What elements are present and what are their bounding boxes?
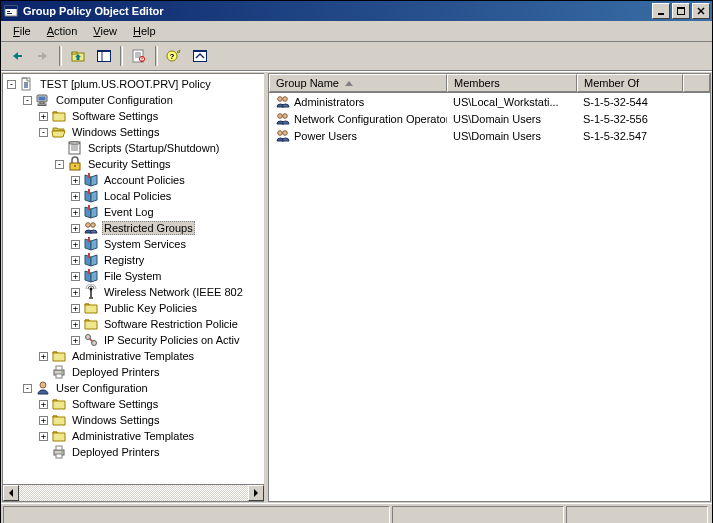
scroll-track[interactable] bbox=[19, 485, 248, 501]
tree-sec-local[interactable]: +Local Policies bbox=[3, 188, 264, 204]
menu-help[interactable]: Help bbox=[125, 23, 164, 39]
svg-rect-49 bbox=[88, 269, 90, 274]
svg-rect-42 bbox=[88, 173, 90, 178]
list-body[interactable]: AdministratorsUS\Local_Workstati...S-1-5… bbox=[269, 93, 710, 501]
tree-cc-windows[interactable]: -Windows Settings bbox=[3, 124, 264, 140]
expand-icon[interactable]: + bbox=[71, 336, 80, 345]
expand-icon[interactable]: + bbox=[39, 416, 48, 425]
tree-label: TEST [plum.US.ROOT.PRV] Policy bbox=[38, 77, 213, 91]
tree-computer-config[interactable]: -Computer Configuration bbox=[3, 92, 264, 108]
comp-icon bbox=[35, 92, 51, 108]
book-icon bbox=[83, 188, 99, 204]
close-button[interactable] bbox=[692, 3, 710, 19]
col-filler[interactable] bbox=[683, 74, 710, 92]
up-button[interactable] bbox=[66, 44, 90, 68]
expand-icon[interactable]: + bbox=[39, 432, 48, 441]
collapse-icon[interactable]: - bbox=[39, 128, 48, 137]
expand-icon[interactable]: + bbox=[71, 176, 80, 185]
col-member-of[interactable]: Member Of bbox=[577, 74, 683, 92]
expand-icon[interactable]: + bbox=[39, 112, 48, 121]
svg-line-55 bbox=[90, 339, 93, 342]
status-bar bbox=[1, 503, 712, 523]
expand-icon[interactable]: + bbox=[71, 224, 80, 233]
tree-cc-printers[interactable]: Deployed Printers bbox=[3, 364, 264, 380]
tree-cc-security[interactable]: -Security Settings bbox=[3, 156, 264, 172]
title-bar[interactable]: Group Policy Object Editor bbox=[1, 1, 712, 21]
expand-icon[interactable]: + bbox=[71, 320, 80, 329]
svg-point-45 bbox=[86, 223, 91, 228]
col-members[interactable]: Members bbox=[447, 74, 577, 92]
show-hide-tree-button[interactable] bbox=[92, 44, 116, 68]
tree-uc-printers[interactable]: Deployed Printers bbox=[3, 444, 264, 460]
scroll-right-button[interactable] bbox=[248, 485, 264, 501]
minimize-button[interactable] bbox=[652, 3, 670, 19]
cell-name: Administrators bbox=[269, 93, 447, 111]
tree-h-scrollbar[interactable] bbox=[3, 484, 264, 501]
tree-sec-restricted[interactable]: +Restricted Groups bbox=[3, 220, 264, 236]
properties-button[interactable] bbox=[127, 44, 151, 68]
collapse-icon[interactable]: - bbox=[23, 384, 32, 393]
tree-uc-admin[interactable]: +Administrative Templates bbox=[3, 428, 264, 444]
col-group-name[interactable]: Group Name bbox=[269, 74, 447, 92]
collapse-icon[interactable]: - bbox=[55, 160, 64, 169]
tree-sec-eventlog[interactable]: +Event Log bbox=[3, 204, 264, 220]
tree-sec-account[interactable]: +Account Policies bbox=[3, 172, 264, 188]
svg-rect-6 bbox=[677, 7, 685, 9]
folder-icon bbox=[51, 396, 67, 412]
tree-label: Software Restriction Policie bbox=[102, 317, 240, 331]
back-button[interactable] bbox=[5, 44, 29, 68]
help-button[interactable]: ? bbox=[162, 44, 186, 68]
tree-cc-admin[interactable]: +Administrative Templates bbox=[3, 348, 264, 364]
forward-button[interactable] bbox=[31, 44, 55, 68]
tree-cc-software[interactable]: +Software Settings bbox=[3, 108, 264, 124]
expand-icon[interactable]: + bbox=[71, 240, 80, 249]
expand-icon[interactable]: + bbox=[71, 288, 80, 297]
svg-rect-47 bbox=[88, 237, 90, 242]
scroll-left-button[interactable] bbox=[3, 485, 19, 501]
svg-rect-3 bbox=[7, 13, 12, 14]
tree-uc-software[interactable]: +Software Settings bbox=[3, 396, 264, 412]
tree-user-config[interactable]: -User Configuration bbox=[3, 380, 264, 396]
tree-sec-ipsec[interactable]: +IP Security Policies on Activ bbox=[3, 332, 264, 348]
list-row[interactable]: Power UsersUS\Domain UsersS-1-5-32.547 bbox=[269, 127, 710, 144]
tree-sec-registry[interactable]: +Registry bbox=[3, 252, 264, 268]
tree-label: Security Settings bbox=[86, 157, 173, 171]
tree-view[interactable]: -TEST [plum.US.ROOT.PRV] Policy-Computer… bbox=[3, 74, 264, 484]
expand-icon[interactable]: + bbox=[39, 400, 48, 409]
net-icon bbox=[83, 332, 99, 348]
tree-sec-wireless[interactable]: +Wireless Network (IEEE 802 bbox=[3, 284, 264, 300]
collapse-icon[interactable]: - bbox=[7, 80, 16, 89]
tree-label: Public Key Policies bbox=[102, 301, 199, 315]
cell-name-text: Administrators bbox=[294, 96, 364, 108]
expand-icon[interactable]: + bbox=[71, 272, 80, 281]
list-row[interactable]: AdministratorsUS\Local_Workstati...S-1-5… bbox=[269, 93, 710, 110]
tree-uc-windows[interactable]: +Windows Settings bbox=[3, 412, 264, 428]
expand-icon[interactable]: + bbox=[71, 208, 80, 217]
menu-action[interactable]: Action bbox=[39, 23, 86, 39]
tree-sec-pubkey[interactable]: +Public Key Policies bbox=[3, 300, 264, 316]
tree-sec-softrestrict[interactable]: +Software Restriction Policie bbox=[3, 316, 264, 332]
svg-point-51 bbox=[90, 288, 93, 291]
tree-pane: -TEST [plum.US.ROOT.PRV] Policy-Computer… bbox=[2, 73, 264, 502]
group-icon bbox=[83, 220, 99, 236]
tree-sec-services[interactable]: +System Services bbox=[3, 236, 264, 252]
menu-view[interactable]: View bbox=[85, 23, 125, 39]
filter-button[interactable] bbox=[188, 44, 212, 68]
tree-root[interactable]: -TEST [plum.US.ROOT.PRV] Policy bbox=[3, 76, 264, 92]
maximize-button[interactable] bbox=[672, 3, 690, 19]
expand-icon[interactable]: + bbox=[71, 256, 80, 265]
list-row[interactable]: Network Configuration OperatorsUS\Domain… bbox=[269, 110, 710, 127]
app-icon bbox=[3, 3, 19, 19]
expand-icon[interactable]: + bbox=[39, 352, 48, 361]
tree-label: Administrative Templates bbox=[70, 349, 196, 363]
expand-icon[interactable]: + bbox=[71, 304, 80, 313]
tree-label: Wireless Network (IEEE 802 bbox=[102, 285, 245, 299]
collapse-icon[interactable]: - bbox=[23, 96, 32, 105]
expand-icon[interactable]: + bbox=[71, 192, 80, 201]
tree-sec-filesystem[interactable]: +File System bbox=[3, 268, 264, 284]
tree-label: Scripts (Startup/Shutdown) bbox=[86, 141, 221, 155]
doc-icon bbox=[19, 76, 35, 92]
menu-file[interactable]: File bbox=[5, 23, 39, 39]
tree-cc-scripts[interactable]: Scripts (Startup/Shutdown) bbox=[3, 140, 264, 156]
lock-icon bbox=[67, 156, 83, 172]
